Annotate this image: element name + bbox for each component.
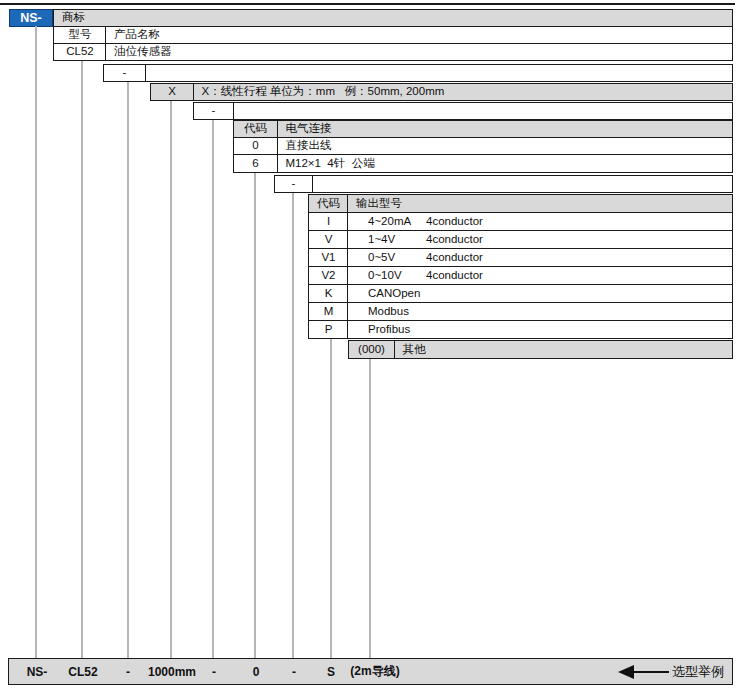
left-arrow-icon bbox=[618, 665, 634, 679]
output-value: 0~5V bbox=[368, 252, 426, 264]
dash-connector-2: - bbox=[193, 102, 234, 120]
electrical-label-header: 电气连接 bbox=[277, 120, 734, 138]
leader-line-brand bbox=[35, 26, 37, 658]
output-row-code: V1 bbox=[308, 248, 349, 267]
left-arrow-line bbox=[633, 671, 669, 674]
output-value: CANOpen bbox=[368, 288, 426, 300]
example-dash: - bbox=[212, 659, 216, 684]
leader-line-electrical bbox=[254, 173, 256, 658]
leader-line-stroke bbox=[170, 101, 172, 658]
output-suffix: 4conductor bbox=[426, 270, 483, 282]
example-dash: - bbox=[126, 659, 130, 684]
leader-line-output bbox=[330, 339, 332, 658]
leader-line-other bbox=[369, 359, 371, 658]
stroke-code-cell: X bbox=[150, 83, 194, 101]
top-rule bbox=[0, 3, 735, 5]
output-row-label: 4~20mA 4conductor bbox=[347, 212, 733, 231]
dash-connector-1: - bbox=[103, 64, 146, 82]
example-stroke: 1000mm bbox=[148, 659, 196, 684]
spacer-cell bbox=[145, 64, 734, 82]
brand-code-box: NS- bbox=[9, 9, 53, 27]
output-value: 0~10V bbox=[368, 270, 426, 282]
output-row-label: 0~10V 4conductor bbox=[347, 266, 733, 285]
product-name-cell: 油位传感器 bbox=[105, 43, 733, 61]
output-row-code: V2 bbox=[308, 266, 349, 285]
output-suffix: 4conductor bbox=[426, 234, 483, 246]
output-value: 1~4V bbox=[368, 234, 426, 246]
model-code-cell: CL52 bbox=[53, 43, 107, 61]
output-row-code: M bbox=[308, 302, 349, 321]
output-row-label: 0~5V 4conductor bbox=[347, 248, 733, 267]
leader-line-model bbox=[81, 61, 83, 658]
output-row-label: 1~4V 4conductor bbox=[347, 230, 733, 249]
output-value: Modbus bbox=[368, 306, 426, 318]
example-label: 选型举例 bbox=[672, 659, 724, 684]
example-note: (2m导线) bbox=[350, 659, 399, 684]
other-label-cell: 其他 bbox=[394, 340, 734, 359]
electrical-row-code: 0 bbox=[233, 137, 278, 155]
leader-line-dash2 bbox=[212, 120, 214, 658]
output-value: Profibus bbox=[368, 324, 426, 336]
stroke-desc-cell: X：线性行程 单位为：mm 例：50mm, 200mm bbox=[193, 83, 734, 101]
output-row-code: K bbox=[308, 284, 349, 303]
electrical-row-label: M12×1 4针 公端 bbox=[277, 154, 734, 173]
output-row-label: CANOpen bbox=[347, 284, 733, 303]
example-model: CL52 bbox=[68, 659, 97, 684]
dash-connector-3: - bbox=[274, 175, 313, 193]
example-brand: NS- bbox=[27, 659, 48, 684]
electrical-row-code: 6 bbox=[233, 154, 278, 173]
output-row-code: V bbox=[308, 230, 349, 249]
output-label-header: 输出型号 bbox=[347, 194, 733, 213]
ordering-example-bar: NS- CL52 - 1000mm - 0 - S (2m导线) 选型举例 bbox=[8, 658, 733, 685]
example-electrical: 0 bbox=[253, 659, 260, 684]
example-output: S bbox=[327, 659, 335, 684]
leader-line-dash3 bbox=[292, 193, 294, 658]
output-row-label: Profibus bbox=[347, 320, 733, 339]
model-col-header: 型号 bbox=[53, 26, 107, 44]
output-suffix: 4conductor bbox=[426, 252, 483, 264]
output-code-header: 代码 bbox=[308, 194, 349, 213]
electrical-row-label: 直接出线 bbox=[277, 137, 734, 155]
output-value: 4~20mA bbox=[368, 216, 426, 228]
output-suffix: 4conductor bbox=[426, 216, 483, 228]
spacer-cell bbox=[233, 102, 734, 120]
output-row-code: P bbox=[308, 320, 349, 339]
name-col-header: 产品名称 bbox=[105, 26, 733, 44]
example-dash: - bbox=[292, 659, 296, 684]
ordering-code-diagram: NS- 商标 型号 产品名称 CL52 油位传感器 - X X：线性行程 单位为… bbox=[0, 0, 742, 690]
output-row-label: Modbus bbox=[347, 302, 733, 321]
output-row-code: I bbox=[308, 212, 349, 231]
spacer-cell bbox=[312, 175, 734, 193]
electrical-code-header: 代码 bbox=[233, 120, 278, 138]
leader-line-dash1 bbox=[127, 82, 129, 658]
other-code-cell: (000) bbox=[348, 340, 395, 359]
brand-label-cell: 商标 bbox=[53, 9, 733, 27]
